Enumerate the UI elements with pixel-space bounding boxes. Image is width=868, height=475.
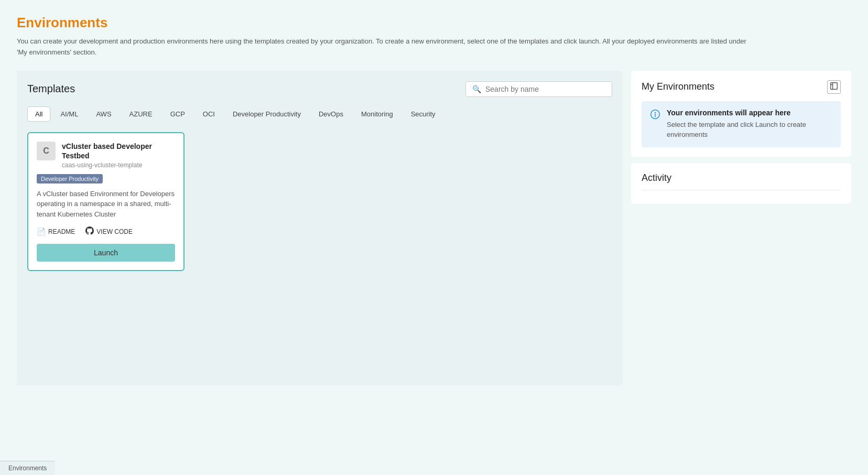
readme-label: README bbox=[48, 228, 75, 235]
card-links: 📄 README VIEW CODE bbox=[37, 226, 175, 236]
activity-title: Activity bbox=[642, 172, 841, 190]
filter-tab-aiml[interactable]: AI/ML bbox=[52, 106, 86, 122]
env-placeholder-title: Your environments will appear here bbox=[667, 109, 832, 117]
card-subtitle: caas-using-vcluster-template bbox=[62, 161, 175, 169]
search-box[interactable]: 🔍 bbox=[465, 81, 612, 97]
readme-link[interactable]: 📄 README bbox=[37, 226, 75, 236]
templates-header: Templates 🔍 bbox=[27, 81, 612, 97]
activity-panel: Activity bbox=[631, 163, 851, 204]
search-icon: 🔍 bbox=[472, 85, 481, 93]
templates-section-title: Templates bbox=[27, 83, 75, 95]
filter-tab-all[interactable]: All bbox=[27, 106, 50, 122]
filter-tab-security[interactable]: Security bbox=[403, 106, 443, 122]
filter-tab-monitoring[interactable]: Monitoring bbox=[353, 106, 401, 122]
card-description: A vCluster based Environment for Develop… bbox=[37, 189, 175, 220]
main-content: Templates 🔍 All AI/ML AWS AZURE GCP OCI … bbox=[17, 71, 851, 385]
template-card[interactable]: C vCluster based Developer Testbed caas-… bbox=[27, 132, 185, 272]
readme-icon: 📄 bbox=[37, 228, 46, 236]
github-icon bbox=[85, 226, 94, 236]
expand-icon[interactable] bbox=[827, 80, 841, 94]
page-title: Environments bbox=[17, 15, 851, 31]
filter-tab-devops[interactable]: DevOps bbox=[311, 106, 351, 122]
launch-button[interactable]: Launch bbox=[37, 244, 175, 262]
filter-tabs: All AI/ML AWS AZURE GCP OCI Developer Pr… bbox=[27, 106, 612, 122]
env-placeholder-text: Your environments will appear here Selec… bbox=[667, 109, 832, 140]
card-header: C vCluster based Developer Testbed caas-… bbox=[37, 142, 175, 169]
bottom-bar: Environments bbox=[0, 461, 55, 475]
env-placeholder-desc: Select the template and click Launch to … bbox=[667, 120, 832, 140]
svg-rect-0 bbox=[831, 82, 838, 89]
view-code-label: VIEW CODE bbox=[96, 228, 133, 235]
card-title-section: vCluster based Developer Testbed caas-us… bbox=[62, 142, 175, 169]
card-icon: C bbox=[37, 142, 56, 160]
filter-tab-azure[interactable]: AZURE bbox=[122, 106, 160, 122]
filter-tab-aws[interactable]: AWS bbox=[88, 106, 119, 122]
templates-panel: Templates 🔍 All AI/ML AWS AZURE GCP OCI … bbox=[17, 71, 623, 385]
view-code-link[interactable]: VIEW CODE bbox=[85, 226, 133, 236]
my-environments-title: My Environments bbox=[642, 81, 714, 92]
search-input[interactable] bbox=[485, 85, 605, 93]
info-icon bbox=[650, 109, 660, 122]
my-environments-panel: My Environments bbox=[631, 71, 851, 157]
right-panel: My Environments bbox=[631, 71, 851, 385]
page-description: You can create your development and prod… bbox=[17, 36, 751, 58]
filter-tab-oci[interactable]: OCI bbox=[195, 106, 223, 122]
env-placeholder: Your environments will appear here Selec… bbox=[642, 101, 841, 147]
my-env-header: My Environments bbox=[642, 80, 841, 94]
bottom-bar-label: Environments bbox=[8, 465, 47, 472]
filter-tab-gcp[interactable]: GCP bbox=[162, 106, 193, 122]
card-tag: Developer Productivity bbox=[37, 174, 103, 183]
card-title: vCluster based Developer Testbed bbox=[62, 142, 175, 160]
filter-tab-dev-productivity[interactable]: Developer Productivity bbox=[225, 106, 309, 122]
